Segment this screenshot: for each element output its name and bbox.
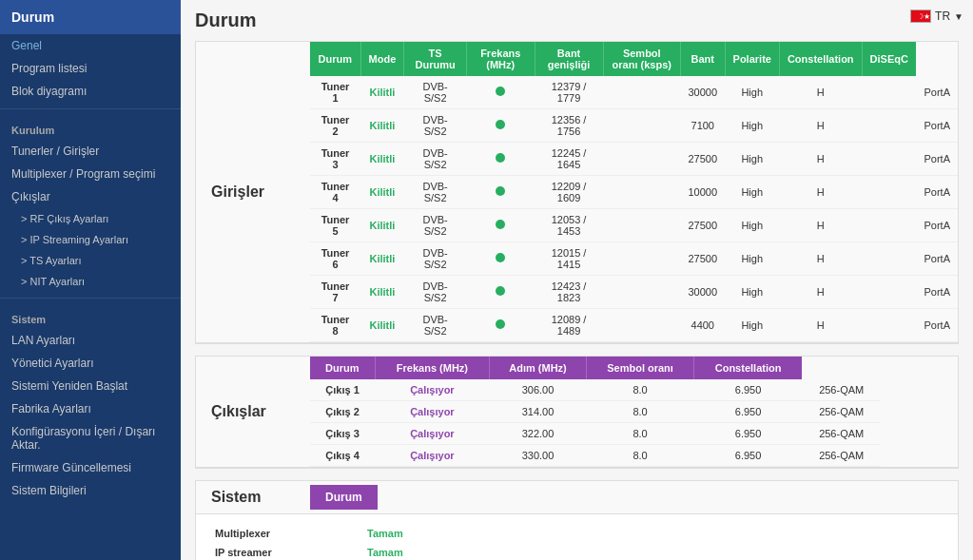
th-diseqc: DiSEqC xyxy=(862,42,916,76)
cth-sembol: Sembol oranı xyxy=(586,357,694,379)
tuner-sembol: 27500 xyxy=(680,209,725,242)
tuner-ts xyxy=(466,242,535,276)
cikis-frekans: 314.00 xyxy=(490,401,587,423)
tuner-ts xyxy=(466,276,535,309)
tuner-bant-gen xyxy=(603,109,680,143)
tuner-polarite: H xyxy=(779,143,862,176)
th-ts: TS Durumu xyxy=(404,42,467,76)
sidebar-item-ip-streaming[interactable]: > IP Streaming Ayarları xyxy=(0,229,181,250)
tuner-diseqc: PortA xyxy=(916,76,958,109)
tuner-constellation xyxy=(862,242,916,276)
table-row: Tuner 3 Kilitli DVB-S/S2 12245 / 1645 27… xyxy=(310,143,958,176)
sidebar-section-sistem-title: Sistem xyxy=(0,304,181,329)
sidebar-item-cikislar[interactable]: Çıkışlar xyxy=(0,185,181,208)
tuner-constellation xyxy=(862,309,916,342)
tuner-bant-gen xyxy=(603,209,680,242)
tuner-frekans: 12245 / 1645 xyxy=(535,143,603,176)
table-row: Çıkış 2 Çalışıyor 314.00 8.0 6.950 256-Q… xyxy=(310,401,881,423)
sistem-body: Multiplexer Tamam IP streamer Tamam Modü… xyxy=(196,514,958,560)
sistem-value: Tamam xyxy=(367,528,403,539)
tuner-frekans: 12053 / 1453 xyxy=(535,209,603,242)
main-content: ☽★ TR ▼ Durum Girişler Durum Mode TS Dur… xyxy=(181,0,973,560)
tuner-diseqc: PortA xyxy=(916,309,958,342)
tuner-mode: DVB-S/S2 xyxy=(404,309,467,342)
sidebar-item-fabrika[interactable]: Fabrika Ayarları xyxy=(0,397,181,420)
girisler-title: Girişler xyxy=(196,176,310,208)
tuner-bant-gen xyxy=(603,242,680,276)
sidebar-item-yeniden[interactable]: Sistemi Yeniden Başlat xyxy=(0,375,181,397)
cikis-frekans: 306.00 xyxy=(490,379,587,401)
tuner-polarite: H xyxy=(779,309,862,342)
cikis-name: Çıkış 3 xyxy=(310,423,375,445)
tuner-sembol: 10000 xyxy=(680,176,725,209)
sidebar-item-firmware[interactable]: Firmware Güncellemesi xyxy=(0,456,181,479)
sistem-row: IP streamer Tamam xyxy=(215,543,939,560)
cikis-constellation: 256-QAM xyxy=(802,423,881,445)
sidebar-item-multiplexer[interactable]: Multiplexer / Program seçimi xyxy=(0,163,181,185)
table-row: Tuner 8 Kilitli DVB-S/S2 12089 / 1489 44… xyxy=(310,309,958,342)
tuner-name: Tuner 3 xyxy=(310,143,360,176)
sidebar-item-nit[interactable]: > NIT Ayarları xyxy=(0,271,181,292)
cikis-durum: Çalışıyor xyxy=(375,401,490,423)
cikis-adim: 8.0 xyxy=(586,401,694,423)
sistem-section: Sistem Durum Multiplexer Tamam IP stream… xyxy=(195,480,959,560)
tuner-name: Tuner 8 xyxy=(310,309,360,342)
girisler-section: Girişler Durum Mode TS Durumu Frekans (M… xyxy=(195,41,959,344)
cikis-sembol: 6.950 xyxy=(694,401,803,423)
tuner-constellation xyxy=(862,143,916,176)
table-row: Çıkış 4 Çalışıyor 330.00 8.0 6.950 256-Q… xyxy=(310,445,881,467)
sistem-value: Tamam xyxy=(367,547,403,558)
cikis-name: Çıkış 4 xyxy=(310,445,375,467)
sidebar-item-blok-diyagrami[interactable]: Blok diyagramı xyxy=(0,80,181,103)
sidebar-item-ts[interactable]: > TS Ayarları xyxy=(0,250,181,271)
flag-dropdown-icon[interactable]: ▼ xyxy=(954,11,963,22)
flag-icon: ☽★ xyxy=(910,10,931,23)
tuner-bant: High xyxy=(725,176,779,209)
tuner-mode: DVB-S/S2 xyxy=(404,209,467,242)
cikislar-title: Çıkışlar xyxy=(196,396,310,428)
sidebar-item-genel[interactable]: Genel xyxy=(0,34,181,57)
sistem-header: Sistem Durum xyxy=(196,481,958,514)
tuner-diseqc: PortA xyxy=(916,109,958,143)
tuner-bant: High xyxy=(725,309,779,342)
tuner-mode: DVB-S/S2 xyxy=(404,242,467,276)
tuner-polarite: H xyxy=(779,276,862,309)
sidebar-section-genel: Genel Program listesi Blok diyagramı xyxy=(0,34,181,103)
tuner-durum: Kilitli xyxy=(360,109,404,143)
sidebar-item-lan[interactable]: LAN Ayarları xyxy=(0,329,181,352)
sidebar-header: Durum xyxy=(0,0,181,34)
tuner-frekans: 12209 / 1609 xyxy=(535,176,603,209)
sidebar-item-konfig[interactable]: Konfigürasyonu İçeri / Dışarı Aktar. xyxy=(0,420,181,456)
cikis-adim: 8.0 xyxy=(586,423,694,445)
table-row: Tuner 1 Kilitli DVB-S/S2 12379 / 1779 30… xyxy=(310,76,958,109)
sidebar-divider-1 xyxy=(0,108,181,109)
tuner-durum: Kilitli xyxy=(360,242,404,276)
th-bant-gen: Bant genişliği xyxy=(535,42,603,76)
cikis-constellation: 256-QAM xyxy=(802,445,881,467)
table-row: Çıkış 3 Çalışıyor 322.00 8.0 6.950 256-Q… xyxy=(310,423,881,445)
cikis-name: Çıkış 2 xyxy=(310,401,375,423)
th-durum: Durum xyxy=(310,42,360,76)
sistem-label: Multiplexer xyxy=(215,528,367,539)
tuner-polarite: H xyxy=(779,242,862,276)
sidebar-item-tunerler[interactable]: Tunerler / Girişler xyxy=(0,140,181,163)
tuner-polarite: H xyxy=(779,109,862,143)
sidebar-item-program-listesi[interactable]: Program listesi xyxy=(0,57,181,80)
sidebar-section-kurulum-title: Kurulum xyxy=(0,115,181,140)
tuner-mode: DVB-S/S2 xyxy=(404,76,467,109)
ts-dot xyxy=(496,87,505,96)
sistem-label: IP streamer xyxy=(215,547,367,558)
cikis-sembol: 6.950 xyxy=(694,423,803,445)
sidebar-item-yonetici[interactable]: Yönetici Ayarları xyxy=(0,352,181,375)
tuner-constellation xyxy=(862,209,916,242)
tuner-sembol: 30000 xyxy=(680,76,725,109)
sidebar-item-sistem-bilgi[interactable]: Sistem Bilgileri xyxy=(0,479,181,502)
cikis-adim: 8.0 xyxy=(586,445,694,467)
tuner-frekans: 12379 / 1779 xyxy=(535,76,603,109)
sidebar-divider-2 xyxy=(0,298,181,299)
tuner-diseqc: PortA xyxy=(916,209,958,242)
cikis-durum: Çalışıyor xyxy=(375,379,490,401)
tuner-durum: Kilitli xyxy=(360,76,404,109)
tuner-frekans: 12089 / 1489 xyxy=(535,309,603,342)
sidebar-item-rf[interactable]: > RF Çıkış Ayarları xyxy=(0,208,181,229)
